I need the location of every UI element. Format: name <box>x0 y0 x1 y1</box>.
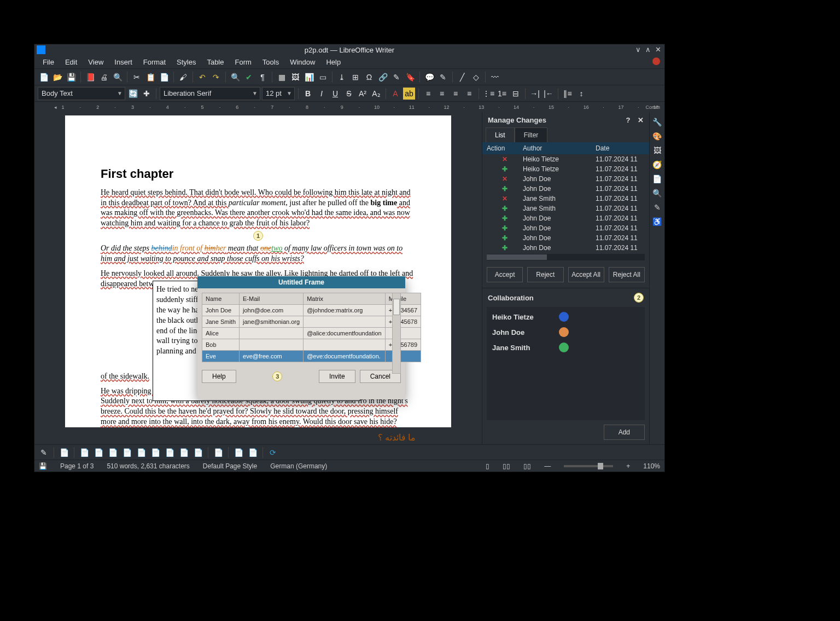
field-icon[interactable]: ⊞ <box>349 71 361 83</box>
save-icon[interactable]: 💾 <box>65 71 77 83</box>
view-single-icon[interactable]: ▯ <box>486 462 489 470</box>
doc7-icon[interactable]: 📄 <box>149 447 161 458</box>
help-button[interactable]: Help <box>202 370 236 383</box>
menu-form[interactable]: Form <box>230 56 256 68</box>
word-count[interactable]: 510 words, 2,631 characters <box>107 462 189 470</box>
doc3-icon[interactable]: 📄 <box>92 447 104 458</box>
track-changes-icon[interactable]: ✎ <box>437 71 449 83</box>
tab-list[interactable]: List <box>486 127 515 142</box>
col-mobile[interactable]: Mobile <box>385 293 421 305</box>
tab-filter[interactable]: Filter <box>515 127 548 142</box>
doc11-icon[interactable]: 📄 <box>232 447 244 458</box>
change-row[interactable]: ✕John Doe11.07.2024 11 <box>482 174 649 184</box>
italic-icon[interactable]: I <box>316 88 328 100</box>
find-icon[interactable]: 🔍 <box>229 71 241 83</box>
align-justify-icon[interactable]: ≡ <box>463 88 475 100</box>
copy-icon[interactable]: 📋 <box>144 71 156 83</box>
special-char-icon[interactable]: Ω <box>363 71 375 83</box>
change-row[interactable]: ✚John Doe11.07.2024 11 <box>482 223 649 233</box>
change-row[interactable]: ✚John Doe11.07.2024 11 <box>482 243 649 253</box>
doc10-icon[interactable]: 📄 <box>192 447 204 458</box>
save-status-icon[interactable]: 💾 <box>39 462 47 470</box>
minimize-button[interactable]: ∨ <box>635 45 641 54</box>
menu-file[interactable]: File <box>38 56 59 68</box>
col-author[interactable]: Author <box>523 144 596 152</box>
accept-button[interactable]: Accept <box>487 267 523 282</box>
doc4-icon[interactable]: 📄 <box>107 447 119 458</box>
para-spacing-icon[interactable]: ↕ <box>575 88 587 100</box>
page-status[interactable]: Page 1 of 3 <box>60 462 94 470</box>
font-color-icon[interactable]: A <box>389 88 401 100</box>
close-button[interactable]: ✕ <box>655 45 661 54</box>
change-row[interactable]: ✕Jane Smith11.07.2024 11 <box>482 194 649 204</box>
menu-insert[interactable]: Insert <box>109 56 137 68</box>
doc1-icon[interactable]: 📄 <box>58 447 70 458</box>
contact-row[interactable]: Alice@alice:documentfoundation <box>202 328 421 339</box>
dialog-scrollbar[interactable] <box>392 293 401 374</box>
doc5-icon[interactable]: 📄 <box>121 447 133 458</box>
hyperlink-icon[interactable]: 🔗 <box>377 71 389 83</box>
zoom-value[interactable]: 110% <box>643 462 660 470</box>
invite-button[interactable]: Invite <box>319 370 355 383</box>
new-style-icon[interactable]: ✚ <box>141 88 153 100</box>
outline-icon[interactable]: ⊟ <box>510 88 522 100</box>
horizontal-ruler[interactable]: ◂ 1 · 2 · 3 · 4 · 5 · 6 · 7 · 8 · 9 · 10… <box>34 101 664 112</box>
page-style[interactable]: Default Page Style <box>203 462 257 470</box>
doc2-icon[interactable]: 📄 <box>78 447 90 458</box>
view-multi-icon[interactable]: ▯▯ <box>503 462 510 470</box>
accessibility-icon[interactable]: ♿ <box>652 217 662 226</box>
font-size-combo[interactable]: 12 pt ▼ <box>262 87 295 100</box>
comment-icon[interactable]: 💬 <box>423 71 435 83</box>
menu-format[interactable]: Format <box>138 56 171 68</box>
align-left-icon[interactable]: ≡ <box>422 88 434 100</box>
edit-icon[interactable]: ✎ <box>38 447 50 458</box>
change-row[interactable]: ✚Heiko Tietze11.07.2024 11 <box>482 164 649 174</box>
bookmark-icon[interactable]: 🔖 <box>404 71 416 83</box>
col-date[interactable]: Date <box>596 144 645 152</box>
menu-edit[interactable]: Edit <box>60 56 82 68</box>
help-icon[interactable]: ? <box>626 116 630 124</box>
doc6-icon[interactable]: 📄 <box>135 447 147 458</box>
view-book-icon[interactable]: ▯▯ <box>523 462 531 470</box>
nonprinting-icon[interactable]: ¶ <box>256 71 269 83</box>
menu-tools[interactable]: Tools <box>258 56 284 68</box>
change-row[interactable]: ✚Jane Smith11.07.2024 11 <box>482 204 649 213</box>
menu-window[interactable]: Window <box>285 56 320 68</box>
changes-list[interactable]: ✕Heiko Tietze11.07.2024 11✚Heiko Tietze1… <box>482 154 649 253</box>
close-document-icon[interactable] <box>652 57 660 65</box>
reject-all-button[interactable]: Reject All <box>609 267 645 282</box>
strikethrough-icon[interactable]: S <box>343 88 355 100</box>
change-row[interactable]: ✚John Doe11.07.2024 11 <box>482 213 649 223</box>
col-matrix[interactable]: Matrix <box>304 293 386 305</box>
highlight-icon[interactable]: ab <box>403 88 415 100</box>
open-icon[interactable]: 📂 <box>51 71 63 83</box>
collaborator[interactable]: Jane Smith <box>492 340 639 355</box>
export-pdf-icon[interactable]: 📕 <box>84 71 96 83</box>
paste-icon[interactable]: 📄 <box>158 71 170 83</box>
doc8-icon[interactable]: 📄 <box>164 447 176 458</box>
image-icon[interactable]: 🖼 <box>289 71 301 83</box>
menu-view[interactable]: View <box>83 56 108 68</box>
redo-icon[interactable]: ↷ <box>210 71 222 83</box>
undo-icon[interactable]: ↶ <box>196 71 208 83</box>
spellcheck-icon[interactable]: ✔ <box>243 71 255 83</box>
gallery-icon[interactable]: 🖼 <box>654 146 661 155</box>
zoom-slider[interactable] <box>564 465 613 467</box>
underline-icon[interactable]: U <box>329 88 341 100</box>
paragraph-style-combo[interactable]: Body Text ▼ <box>38 87 125 100</box>
contact-row[interactable]: John Doejohn@doe.com@johndoe:matrix.org+… <box>202 305 421 316</box>
new-icon[interactable]: 📄 <box>38 71 50 83</box>
subscript-icon[interactable]: A₂ <box>370 88 382 100</box>
sync-icon[interactable]: ⟳ <box>267 447 279 458</box>
accept-all-button[interactable]: Accept All <box>568 267 604 282</box>
bullet-list-icon[interactable]: ⋮≡ <box>482 88 494 100</box>
doc9-icon[interactable]: 📄 <box>178 447 190 458</box>
print-icon[interactable]: 🖨 <box>98 71 110 83</box>
change-row[interactable]: ✚John Doe11.07.2024 11 <box>482 184 649 194</box>
changes-icon[interactable]: ✎ <box>654 203 661 212</box>
reject-button[interactable]: Reject <box>527 267 563 282</box>
change-row[interactable]: ✕Heiko Tietze11.07.2024 11 <box>482 154 649 164</box>
properties-icon[interactable]: 🔧 <box>652 118 662 126</box>
line-spacing-icon[interactable]: ‖≡ <box>562 88 574 100</box>
indent-dec-icon[interactable]: |← <box>542 88 555 100</box>
